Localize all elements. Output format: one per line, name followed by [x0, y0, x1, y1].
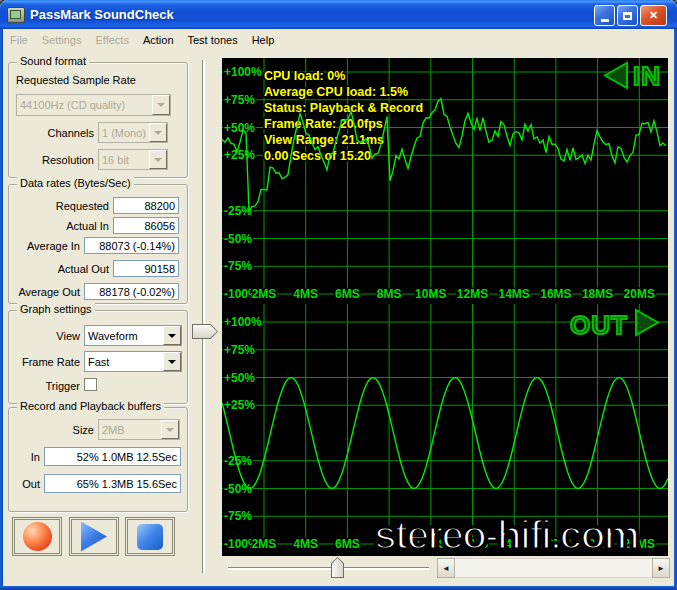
menubar: File Settings Effects Action Test tones …: [3, 29, 674, 50]
channels-value: 1 (Mono): [99, 127, 149, 139]
average-out-field: 88178 (-0.02%): [84, 283, 179, 300]
svg-text:14MS: 14MS: [499, 287, 530, 301]
channels-combo: 1 (Mono): [98, 122, 168, 143]
record-icon: [23, 522, 52, 551]
group-graph-settings-legend: Graph settings: [17, 303, 95, 315]
svg-text:+50%: +50%: [224, 371, 255, 385]
svg-text:+75%: +75%: [224, 343, 255, 357]
menu-help[interactable]: Help: [245, 32, 282, 48]
resolution-dropdown-icon: [149, 150, 167, 169]
scrollbar-track[interactable]: [455, 558, 652, 578]
scroll-right-icon[interactable]: ►: [652, 558, 670, 578]
svg-text:IN: IN: [633, 61, 661, 91]
sample-rate-combo: 44100Hz (CD quality): [16, 94, 171, 116]
resolution-value: 16 bit: [99, 154, 149, 166]
group-buffers-legend: Record and Playback buffers: [17, 400, 164, 412]
buffer-size-label: Size: [30, 424, 94, 436]
actual-in-field: 86056: [113, 217, 179, 234]
resolution-combo: 16 bit: [98, 149, 168, 170]
minimize-button[interactable]: [594, 5, 615, 26]
actual-in-label: Actual In: [20, 220, 109, 232]
window-border: [0, 586, 677, 590]
actual-out-field: 90158: [113, 260, 179, 277]
close-button[interactable]: ✕: [640, 5, 667, 26]
app-icon: [7, 7, 25, 23]
group-sound-format-legend: Sound format: [17, 55, 89, 67]
menu-action[interactable]: Action: [136, 32, 181, 48]
menu-effects: Effects: [88, 32, 135, 48]
menu-settings: Settings: [35, 32, 89, 48]
svg-text:-75%: -75%: [224, 259, 252, 273]
resolution-label: Resolution: [20, 154, 94, 166]
app-window: PassMark SoundCheck ✕ File Settings Effe…: [0, 0, 677, 590]
stop-button[interactable]: [125, 517, 175, 556]
menu-file: File: [3, 32, 35, 48]
svg-text:CPU load: 0%: CPU load: 0%: [264, 69, 345, 83]
svg-text:+50%: +50%: [224, 121, 255, 135]
svg-text:-75%: -75%: [224, 509, 252, 523]
buffer-in-field: 52% 1.0MB 12.5Sec: [44, 447, 181, 466]
maximize-icon: [623, 12, 632, 20]
svg-text:6MS: 6MS: [335, 537, 360, 551]
sample-rate-dropdown-icon: [152, 95, 170, 115]
watermark-text: stereo-hifi.com: [374, 512, 638, 559]
group-data-rates-legend: Data rates (Bytes/Sec): [17, 177, 134, 189]
svg-text:-50%: -50%: [224, 232, 252, 246]
svg-text:Average CPU load: 1.5%: Average CPU load: 1.5%: [264, 85, 408, 99]
play-button[interactable]: [69, 517, 119, 556]
minimize-icon: [601, 19, 609, 22]
svg-text:2MS: 2MS: [252, 537, 277, 551]
play-icon: [81, 522, 107, 552]
svg-text:Frame Rate: 20.0fps: Frame Rate: 20.0fps: [264, 117, 383, 131]
time-slider-thumb[interactable]: [331, 557, 344, 578]
maximize-button[interactable]: [617, 5, 638, 26]
graph-scrollbar[interactable]: ◄ ►: [437, 558, 670, 578]
time-slider-track: [228, 567, 429, 570]
frame-rate-label: Frame Rate: [10, 356, 80, 368]
oscilloscope-display: +100%+100%+75%+75%+50%+50%+25%+25%-25%-2…: [222, 58, 668, 556]
svg-text:8MS: 8MS: [377, 287, 402, 301]
graph-splitter-track: [202, 60, 205, 573]
close-icon: ✕: [649, 9, 658, 22]
buffer-size-value: 2MB: [99, 424, 161, 436]
buffer-out-field: 65% 1.3MB 15.6Sec: [44, 474, 181, 493]
svg-text:+25%: +25%: [224, 148, 255, 162]
stop-icon: [137, 524, 163, 550]
view-dropdown-icon[interactable]: [163, 326, 181, 345]
channels-label: Channels: [20, 127, 94, 139]
svg-text:Status: Playback & Record: Status: Playback & Record: [264, 101, 423, 115]
requested-field: 88200: [113, 197, 179, 214]
actual-out-label: Actual Out: [20, 263, 109, 275]
svg-text:12MS: 12MS: [457, 287, 488, 301]
view-value: Waveform: [85, 330, 163, 342]
svg-text:+100%: +100%: [224, 315, 262, 329]
window-border: [0, 29, 3, 590]
view-combo[interactable]: Waveform: [84, 325, 182, 346]
svg-text:2MS: 2MS: [252, 287, 277, 301]
svg-text:0.00 Secs of 15.20: 0.00 Secs of 15.20: [264, 149, 371, 163]
menu-test-tones[interactable]: Test tones: [181, 32, 245, 48]
sample-rate-value: 44100Hz (CD quality): [17, 99, 152, 111]
average-out-label: Average Out: [10, 286, 80, 298]
trigger-checkbox[interactable]: [84, 378, 97, 391]
scroll-left-icon[interactable]: ◄: [437, 558, 455, 578]
view-label: View: [20, 330, 80, 342]
sample-rate-label: Requested Sample Rate: [16, 74, 136, 86]
titlebar: PassMark SoundCheck ✕: [0, 0, 677, 29]
average-in-field: 88073 (-0.14%): [84, 237, 179, 254]
window-title: PassMark SoundCheck: [30, 7, 174, 22]
svg-text:10MS: 10MS: [415, 287, 446, 301]
average-in-label: Average In: [10, 240, 80, 252]
record-button[interactable]: [12, 517, 62, 556]
frame-rate-dropdown-icon[interactable]: [163, 352, 181, 371]
graph-splitter-thumb[interactable]: [192, 324, 218, 339]
frame-rate-value: Fast: [85, 356, 163, 368]
trigger-label: Trigger: [20, 380, 80, 392]
buffer-size-combo: 2MB: [98, 419, 180, 440]
buffer-size-dropdown-icon: [161, 420, 179, 439]
svg-text:4MS: 4MS: [293, 287, 318, 301]
svg-text:+25%: +25%: [224, 398, 255, 412]
svg-text:16MS: 16MS: [540, 287, 571, 301]
svg-text:18MS: 18MS: [582, 287, 613, 301]
frame-rate-combo[interactable]: Fast: [84, 351, 182, 372]
